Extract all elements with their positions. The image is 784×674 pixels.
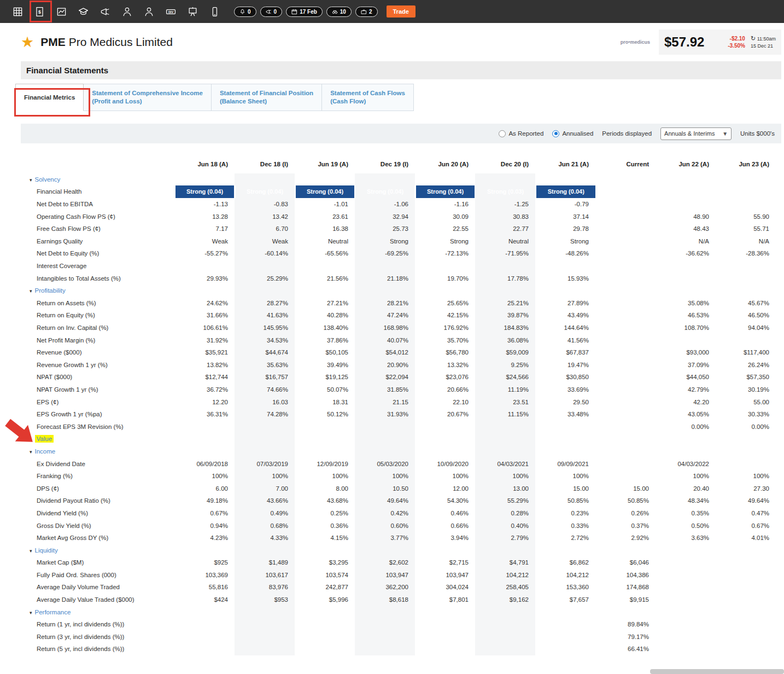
periods-select[interactable]: Annuals & Interims ▼ <box>660 127 732 140</box>
triangle-right-icon: ▸ <box>30 437 32 442</box>
metric-value <box>716 185 776 198</box>
metric-value: 0.33% <box>535 519 595 532</box>
member-icon[interactable] <box>138 0 160 23</box>
company-name: Pro Medicus Limited <box>69 36 173 48</box>
ticker-code: PME <box>40 36 66 48</box>
education-icon[interactable] <box>72 0 94 23</box>
metric-value <box>716 569 776 582</box>
metric-value: 153,360 <box>535 581 595 594</box>
metric-value <box>475 618 535 631</box>
radio-annualised[interactable]: Annualised <box>552 130 593 137</box>
metric-value <box>716 457 776 470</box>
table-controls: As Reported Annualised Periods displayed… <box>21 124 781 143</box>
presentation-icon[interactable] <box>182 0 203 23</box>
tab-cash-flows[interactable]: Statement of Cash Flows(Cash Flow) <box>322 84 414 111</box>
radio-as-reported[interactable]: As Reported <box>499 130 543 137</box>
analyst-icon[interactable] <box>116 0 138 23</box>
metric-value: 103,574 <box>295 569 355 582</box>
metric-value <box>295 420 355 433</box>
metric-value: 100% <box>415 470 475 483</box>
portfolio-icon[interactable] <box>7 0 28 23</box>
metric-value <box>174 631 235 643</box>
table-row: Gross Div Yield (%)0.94%0.68%0.36%0.60%0… <box>21 519 776 532</box>
megaphone-badge[interactable]: 0 <box>260 7 283 17</box>
financial-statements-icon[interactable]: $ <box>28 0 50 23</box>
metric-value: $44,674 <box>235 346 295 359</box>
metric-value <box>656 185 716 198</box>
metric-value: 36.72% <box>174 384 235 396</box>
briefcase-badge[interactable]: 2 <box>355 7 378 17</box>
metric-value: $953 <box>235 594 295 606</box>
section-value[interactable]: ▸Value <box>21 433 174 445</box>
metric-value <box>595 457 656 470</box>
empty-cell <box>475 445 535 458</box>
metric-value: 17.78% <box>475 272 535 284</box>
tab-comprehensive-income[interactable]: Statement of Comprehensive Income(Profit… <box>84 84 212 111</box>
metric-value <box>595 334 656 346</box>
empty-cell <box>355 445 415 458</box>
metric-value: Strong (0.03) <box>475 185 535 198</box>
metric-value <box>415 631 475 643</box>
empty-cell <box>295 173 355 186</box>
section-performance[interactable]: ▾Performance <box>21 606 174 618</box>
metric-value: 176.92% <box>415 322 475 334</box>
metric-value: 0.67% <box>174 507 235 520</box>
metric-value: 144.64% <box>535 322 595 334</box>
metric-value <box>656 618 716 631</box>
radio-as-reported-label: As Reported <box>508 130 543 137</box>
metric-value: 6.70 <box>235 223 295 235</box>
empty-cell <box>174 284 235 297</box>
metric-value: 50.85% <box>535 495 595 507</box>
radio-annualised-label: Annualised <box>562 130 593 137</box>
metric-value: 2.72% <box>535 532 595 544</box>
metric-value: 37.86% <box>295 334 355 346</box>
section-income[interactable]: ▾Income <box>21 445 174 458</box>
announcements-icon[interactable] <box>94 0 116 23</box>
metric-value: 15.93% <box>535 272 595 284</box>
metric-label: Financial Health <box>21 185 174 198</box>
metric-value: N/A <box>656 235 716 248</box>
trade-button[interactable]: Trade <box>387 5 416 18</box>
section-solvency[interactable]: ▾Solvency <box>21 173 174 186</box>
metric-value: 33.48% <box>535 408 595 421</box>
dividends-icon[interactable]: DIV <box>160 0 182 23</box>
metric-value <box>415 260 475 272</box>
radio-as-reported-circle <box>499 130 506 137</box>
metric-value: Strong <box>355 235 415 248</box>
metric-value: 55.71 <box>716 223 776 235</box>
chart-report-icon[interactable] <box>50 0 72 23</box>
metric-value <box>235 631 295 643</box>
metric-label: Free Cash Flow PS (¢) <box>21 223 174 235</box>
table-row: Market Cap ($M)$925$1,489$3,295$2,602$2,… <box>21 556 776 569</box>
section-row: ▾Liquidity <box>21 544 776 556</box>
metric-value: 27.30 <box>716 482 776 495</box>
triangle-down-icon: ▾ <box>30 288 32 294</box>
binoculars-badge[interactable]: 10 <box>326 7 352 17</box>
metric-value: 21.15 <box>355 396 415 408</box>
metric-value: $93,000 <box>656 346 716 359</box>
metric-value: 35.08% <box>656 297 716 310</box>
section-profitability[interactable]: ▾Profitability <box>21 284 174 297</box>
bell-badge[interactable]: 0 <box>234 7 256 17</box>
metric-value <box>716 556 776 569</box>
table-row: EPS Growth 1 yr (%pa)36.31%74.28%50.12%3… <box>21 408 776 421</box>
metric-value <box>355 618 415 631</box>
refresh-icon[interactable]: ↻ <box>751 35 756 42</box>
metric-value <box>656 594 716 606</box>
empty-cell <box>716 173 776 186</box>
table-row: Return on Assets (%)24.62%28.27%27.21%28… <box>21 297 776 310</box>
metric-label: Fully Paid Ord. Shares (000) <box>21 569 174 582</box>
metric-label: Market Avg Gross DY (%) <box>21 532 174 544</box>
metric-value: 103,947 <box>355 569 415 582</box>
calendar-badge[interactable]: 17 Feb <box>286 7 323 17</box>
horizontal-scrollbar[interactable] <box>650 669 784 674</box>
metric-value: $54,012 <box>355 346 415 359</box>
tab-financial-metrics[interactable]: Financial Metrics <box>15 84 84 111</box>
section-liquidity[interactable]: ▾Liquidity <box>21 544 174 556</box>
badge-label: 0 <box>274 9 277 15</box>
metric-value: $35,921 <box>174 346 235 359</box>
tab-financial-position[interactable]: Statement of Financial Position(Balance … <box>212 84 322 111</box>
mobile-icon[interactable] <box>203 0 225 23</box>
metric-value: 11.15% <box>475 408 535 421</box>
favorite-star-icon[interactable]: ★ <box>21 33 34 51</box>
